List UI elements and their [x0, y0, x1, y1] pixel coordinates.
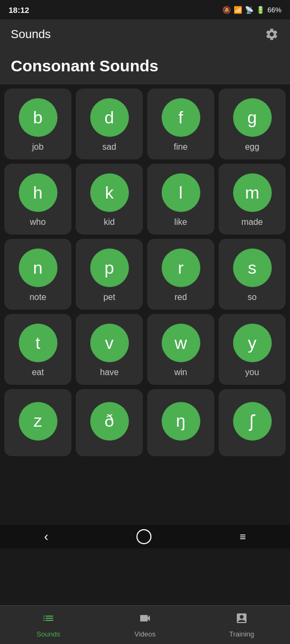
sound-circle-n: n	[19, 248, 57, 287]
sound-circle-y: y	[233, 324, 272, 362]
sound-card-3[interactable]: ʃ	[219, 389, 286, 456]
sound-card-2[interactable]: ŋ	[147, 389, 214, 456]
sound-circle-s: s	[233, 248, 272, 287]
sound-circle-ipa-2: ŋ	[162, 402, 200, 441]
sound-card-d[interactable]: d sad	[76, 89, 143, 159]
sound-label-v: have	[100, 368, 119, 377]
sound-label-f: fine	[174, 142, 188, 152]
sound-circle-b: b	[19, 98, 57, 137]
settings-button[interactable]	[264, 27, 279, 42]
sound-label-r: red	[175, 292, 187, 302]
sound-circle-t: t	[19, 324, 57, 362]
sounds-grid-last: z ð ŋ ʃ	[0, 389, 290, 460]
sounds-grid: b job d sad f fine g egg h who k kid l l…	[0, 84, 290, 389]
sound-label-p: pet	[103, 292, 115, 302]
sound-circle-f: f	[162, 98, 200, 137]
bottom-nav: Sounds Videos Training	[0, 605, 290, 644]
nav-label-training: Training	[229, 630, 254, 638]
status-icons: 🔕 📶 📡 🔋 66%	[222, 6, 281, 14]
sound-circle-v: v	[90, 324, 129, 362]
battery-percent: 66%	[267, 6, 281, 14]
sound-card-y[interactable]: y you	[219, 314, 286, 385]
sound-card-0[interactable]: z	[4, 389, 71, 456]
sound-circle-m: m	[233, 173, 272, 212]
app-header: Sounds	[0, 19, 290, 49]
sound-circle-l: l	[162, 173, 200, 212]
sound-label-w: win	[174, 368, 187, 377]
sound-circle-w: w	[162, 324, 200, 362]
status-time: 18:12	[9, 5, 29, 14]
content-area: b job d sad f fine g egg h who k kid l l…	[0, 84, 290, 525]
sound-card-s[interactable]: s so	[219, 239, 286, 310]
nav-item-videos[interactable]: Videos	[97, 612, 193, 638]
sound-label-t: eat	[32, 368, 44, 377]
sound-card-m[interactable]: m made	[219, 164, 286, 235]
nav-icon-videos	[139, 612, 151, 628]
sound-label-n: note	[30, 292, 46, 302]
nav-icon-sounds	[42, 612, 55, 628]
sound-card-h[interactable]: h who	[4, 164, 71, 235]
status-bar: 18:12 🔕 📶 📡 🔋 66%	[0, 0, 290, 19]
sound-circle-k: k	[90, 173, 129, 212]
sound-circle-ipa-1: ð	[90, 402, 129, 441]
wifi-icon: 📶	[234, 6, 242, 14]
sound-circle-p: p	[90, 248, 129, 287]
sound-label-y: you	[245, 368, 259, 377]
nav-label-sounds: Sounds	[37, 630, 60, 638]
sound-circle-ipa-3: ʃ	[233, 402, 272, 441]
sound-card-n[interactable]: n note	[4, 239, 71, 310]
sound-circle-g: g	[233, 98, 272, 137]
sound-card-f[interactable]: f fine	[147, 89, 214, 159]
back-button[interactable]: ‹	[44, 529, 48, 544]
sound-label-s: so	[248, 292, 257, 302]
sound-circle-d: d	[90, 98, 129, 137]
app-title: Sounds	[11, 27, 51, 41]
sound-circle-h: h	[19, 173, 57, 212]
sound-circle-r: r	[162, 248, 200, 287]
nav-icon-training	[235, 612, 248, 628]
sound-card-l[interactable]: l like	[147, 164, 214, 235]
menu-button[interactable]: ≡	[240, 531, 246, 543]
sound-card-k[interactable]: k kid	[76, 164, 143, 235]
mute-icon: 🔕	[222, 6, 231, 14]
battery-icon: 🔋	[256, 6, 265, 14]
sound-circle-ipa-0: z	[19, 402, 57, 441]
sound-label-d: sad	[103, 142, 117, 152]
sound-card-r[interactable]: r red	[147, 239, 214, 310]
sound-label-g: egg	[245, 142, 259, 152]
sound-card-p[interactable]: p pet	[76, 239, 143, 310]
signal-icon: 📡	[245, 6, 253, 14]
nav-label-videos: Videos	[134, 630, 156, 638]
sound-card-g[interactable]: g egg	[219, 89, 286, 159]
system-nav: ‹ ≡	[0, 525, 290, 548]
sound-card-v[interactable]: v have	[76, 314, 143, 385]
nav-item-sounds[interactable]: Sounds	[0, 612, 97, 638]
sound-label-l: like	[174, 217, 187, 227]
sound-card-b[interactable]: b job	[4, 89, 71, 159]
home-button[interactable]	[136, 529, 151, 544]
sound-label-b: job	[32, 142, 44, 152]
sound-card-1[interactable]: ð	[76, 389, 143, 456]
sound-card-w[interactable]: w win	[147, 314, 214, 385]
sound-label-m: made	[241, 217, 263, 227]
nav-item-training[interactable]: Training	[193, 612, 290, 638]
sound-label-k: kid	[104, 217, 114, 227]
sound-card-t[interactable]: t eat	[4, 314, 71, 385]
section-title: Consonant Sounds	[0, 49, 290, 84]
sound-label-h: who	[30, 217, 46, 227]
